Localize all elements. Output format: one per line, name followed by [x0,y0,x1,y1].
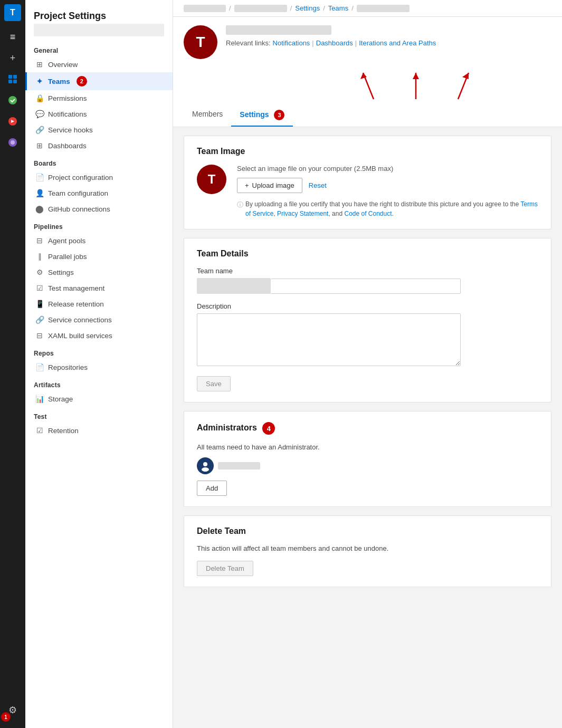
sidebar-item-parallel-jobs-label: Parallel jobs [48,253,87,261]
team-image-title: Team Image [197,147,538,156]
team-name-placeholder [226,25,331,35]
nav-icon-boards[interactable] [3,70,22,89]
breadcrumb-project [234,5,287,12]
nav-icon-add[interactable]: + [3,49,22,68]
sidebar-item-xaml-build[interactable]: ⊟ XAML build services [25,328,173,343]
sidebar-item-overview[interactable]: ⊞ Overview [25,56,173,72]
service-connections-icon: 🔗 [35,315,44,324]
sidebar-item-agent-pools-label: Agent pools [48,237,85,245]
tab-settings[interactable]: Settings 3 [231,104,293,127]
conduct-link[interactable]: Code of Conduct [344,210,392,217]
release-retention-icon: 📱 [35,300,44,308]
sidebar-item-service-hooks[interactable]: 🔗 Service hooks [25,122,173,138]
sidebar-item-github[interactable]: ⬤ GitHub connections [25,201,173,217]
nav-settings-badge: 1 [1,712,11,722]
nav-bottom: ⚙ 1 [3,701,22,720]
team-info: Relevant links: Notifications | Dashboar… [226,25,551,51]
team-name-input[interactable] [271,279,461,294]
image-upload-area: T Select an image file on your computer … [197,165,538,218]
sidebar-section-test: Test [25,407,173,423]
sidebar-item-dashboards[interactable]: ⊞ Dashboards [25,138,173,154]
sidebar-item-repositories[interactable]: 📄 Repositories [25,359,173,375]
team-name-label: Team name [197,267,538,275]
repositories-icon: 📄 [35,363,44,371]
sidebar-item-parallel-jobs[interactable]: ∥ Parallel jobs [25,248,173,264]
sidebar-item-settings[interactable]: ⚙ Settings [25,264,173,280]
delete-team-card: Delete Team This action will affect all … [184,515,551,587]
add-admin-button[interactable]: Add [197,481,227,496]
sidebar-item-overview-label: Overview [48,61,78,69]
breadcrumb-settings[interactable]: Settings [295,4,320,12]
sidebar-item-notifications[interactable]: 💬 Notifications [25,106,173,122]
description-group: Description [197,302,538,368]
sidebar-item-service-hooks-label: Service hooks [48,126,93,134]
annotation-arrows [342,68,553,104]
teams-badge: 2 [77,76,87,87]
privacy-link[interactable]: Privacy Statement [277,210,328,217]
delete-team-title: Delete Team [197,526,538,536]
overview-icon: ⊞ [35,60,44,69]
breadcrumb-team-name [357,5,409,12]
sidebar-item-agent-pools[interactable]: ⊟ Agent pools [25,233,173,248]
nav-icon-pipelines[interactable] [3,112,22,131]
test-mgmt-icon: ☑ [35,284,44,292]
upload-disclaimer: ⓘ By uploading a file you certify that y… [237,199,538,218]
relevant-links: Relevant links: Notifications | Dashboar… [226,39,551,47]
admin-avatar [197,457,214,474]
delete-team-button[interactable]: Delete Team [197,561,253,576]
upload-image-button[interactable]: + Upload image [237,178,302,193]
permissions-icon: 🔒 [35,94,44,102]
settings-icon: ⚙ [35,268,44,276]
teams-icon: ✦ [35,77,44,85]
svg-rect-0 [8,75,12,79]
link-dashboards[interactable]: Dashboards [316,39,353,47]
team-name-prefill [197,278,271,294]
nav-icon-testplans[interactable] [3,133,22,152]
storage-icon: 📊 [35,395,44,403]
tab-members[interactable]: Members [184,104,231,127]
sidebar-item-service-connections[interactable]: 🔗 Service connections [25,312,173,328]
save-button[interactable]: Save [197,376,231,391]
nav-icon-repos[interactable] [3,91,22,110]
sidebar-section-pipelines: Pipelines [25,217,173,233]
sidebar-item-storage[interactable]: 📊 Storage [25,391,173,407]
disclaimer-text: By uploading a file you certify that you… [245,199,538,218]
administrators-title: Administrators 4 [197,422,538,435]
app-logo[interactable]: T [4,4,21,21]
nav-bar: T ≡ + ⚙ 1 [0,0,25,728]
sidebar-item-team-config[interactable]: 👤 Team configuration [25,185,173,201]
nav-icon-home[interactable]: ≡ [3,27,22,46]
sidebar-item-test-mgmt[interactable]: ☑ Test management [25,280,173,296]
sidebar-item-release-retention[interactable]: 📱 Release retention [25,296,173,312]
service-hooks-icon: 🔗 [35,126,44,134]
reset-button[interactable]: Reset [309,181,327,189]
sidebar-item-teams[interactable]: ✦ Teams 2 [25,72,173,90]
sidebar-item-github-label: GitHub connections [48,205,110,213]
svg-marker-13 [462,73,469,79]
svg-point-15 [202,467,209,472]
team-config-icon: 👤 [35,189,44,197]
agent-pools-icon: ⊟ [35,236,44,245]
link-notifications[interactable]: Notifications [273,39,310,47]
sidebar-item-retention[interactable]: ☑ Retention [25,423,173,438]
sidebar-item-dashboards-label: Dashboards [48,142,87,150]
breadcrumb-teams[interactable]: Teams [328,4,348,12]
description-label: Description [197,302,538,310]
sidebar-item-project-config[interactable]: 📄 Project configuration [25,169,173,185]
sidebar-section-artifacts: Artifacts [25,375,173,391]
description-textarea[interactable] [197,313,461,366]
sidebar-title: Project Settings [25,6,173,24]
sidebar-item-teams-label: Teams [48,78,70,85]
administrators-badge: 4 [262,422,275,435]
admin-avatar-icon [199,460,211,472]
link-iterations[interactable]: Iterations and Area Paths [359,39,436,47]
sidebar-item-permissions[interactable]: 🔒 Permissions [25,90,173,106]
team-image-avatar: T [197,165,226,194]
sidebar-item-notifications-label: Notifications [48,110,87,118]
sidebar-item-service-connections-label: Service connections [48,316,112,324]
svg-marker-11 [413,73,419,79]
nav-settings-icon[interactable]: ⚙ 1 [3,701,22,720]
main-content: / / Settings / Teams / T Relevant links:… [173,0,562,728]
upload-hint: Select an image file on your computer (2… [237,165,538,173]
delete-team-desc: This action will affect all team members… [197,544,538,552]
